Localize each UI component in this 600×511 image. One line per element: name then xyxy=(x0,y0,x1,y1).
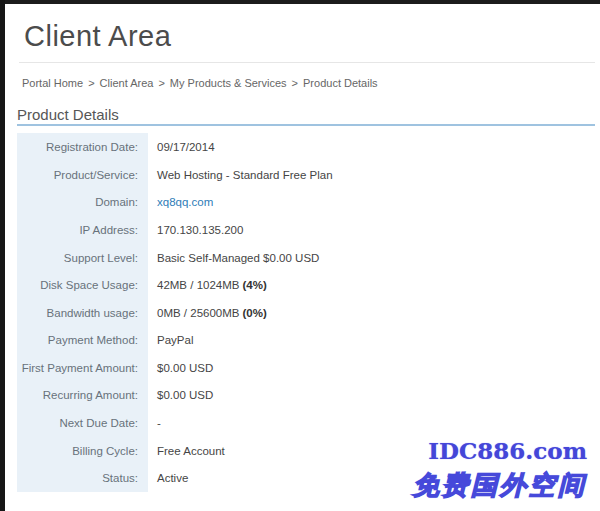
table-row-registration-date: Registration Date: 09/17/2014 xyxy=(17,133,595,161)
section-title-product-details: Product Details xyxy=(17,107,595,126)
row-value: Basic Self-Managed $0.00 USD xyxy=(148,244,595,272)
row-label: Domain: xyxy=(17,189,148,217)
page-title: Client Area xyxy=(24,20,595,53)
status-value: Active xyxy=(148,464,595,492)
usage-amount: 0MB / 25600MB xyxy=(157,307,239,319)
title-divider xyxy=(19,62,595,63)
table-row-ip-address: IP Address: 170.130.135.200 xyxy=(17,216,595,244)
breadcrumb-link-portal-home[interactable]: Portal Home xyxy=(22,77,83,89)
breadcrumb-link-product-details[interactable]: Product Details xyxy=(303,77,378,89)
table-row-disk-space-usage: Disk Space Usage: 42MB / 1024MB(4%) xyxy=(17,271,595,299)
row-value: 0MB / 25600MB(0%) xyxy=(148,299,595,327)
breadcrumb-separator: > xyxy=(292,77,298,89)
row-value: Web Hosting - Standard Free Plan xyxy=(148,161,595,189)
row-value: - xyxy=(148,409,595,437)
row-value: 42MB / 1024MB(4%) xyxy=(148,271,595,299)
row-label: IP Address: xyxy=(17,216,148,244)
row-value: $0.00 USD xyxy=(148,354,595,382)
row-label: Registration Date: xyxy=(17,133,148,161)
breadcrumb-separator: > xyxy=(88,77,94,89)
table-row-recurring-amount: Recurring Amount: $0.00 USD xyxy=(17,382,595,410)
row-label: Product/Service: xyxy=(17,161,148,189)
domain-link[interactable]: xq8qq.com xyxy=(157,196,213,208)
usage-percent: (4%) xyxy=(242,279,266,291)
row-value: $0.00 USD xyxy=(148,382,595,410)
row-label: First Payment Amount: xyxy=(17,354,148,382)
row-value: Free Account xyxy=(148,437,595,465)
table-row-status: Status: Active xyxy=(17,464,595,492)
breadcrumb-separator: > xyxy=(158,77,164,89)
row-label: Support Level: xyxy=(17,244,148,272)
table-row-bandwidth-usage: Bandwidth usage: 0MB / 25600MB(0%) xyxy=(17,299,595,327)
table-row-first-payment-amount: First Payment Amount: $0.00 USD xyxy=(17,354,595,382)
client-area-page: Client Area Portal Home>Client Area>My P… xyxy=(17,4,595,511)
table-row-next-due-date: Next Due Date: - xyxy=(17,409,595,437)
breadcrumb-link-my-products-services[interactable]: My Products & Services xyxy=(170,77,287,89)
row-label: Recurring Amount: xyxy=(17,382,148,410)
row-label: Payment Method: xyxy=(17,327,148,355)
row-label: Status: xyxy=(17,464,148,492)
usage-percent: (0%) xyxy=(242,307,266,319)
row-label: Next Due Date: xyxy=(17,409,148,437)
table-row-payment-method: Payment Method: PayPal xyxy=(17,327,595,355)
product-details-table: Registration Date: 09/17/2014 Product/Se… xyxy=(17,133,595,492)
row-value: 170.130.135.200 xyxy=(148,216,595,244)
table-row-support-level: Support Level: Basic Self-Managed $0.00 … xyxy=(17,244,595,272)
row-label: Bandwidth usage: xyxy=(17,299,148,327)
row-label: Billing Cycle: xyxy=(17,437,148,465)
breadcrumb-link-client-area[interactable]: Client Area xyxy=(100,77,154,89)
screenshot-border-left xyxy=(0,0,5,511)
row-value: 09/17/2014 xyxy=(148,133,595,161)
table-row-billing-cycle: Billing Cycle: Free Account xyxy=(17,437,595,465)
table-row-product-service: Product/Service: Web Hosting - Standard … xyxy=(17,161,595,189)
table-row-domain: Domain: xq8qq.com xyxy=(17,189,595,217)
row-value: PayPal xyxy=(148,327,595,355)
usage-amount: 42MB / 1024MB xyxy=(157,279,239,291)
row-label: Disk Space Usage: xyxy=(17,271,148,299)
breadcrumb: Portal Home>Client Area>My Products & Se… xyxy=(22,77,595,90)
row-value: xq8qq.com xyxy=(148,189,595,217)
